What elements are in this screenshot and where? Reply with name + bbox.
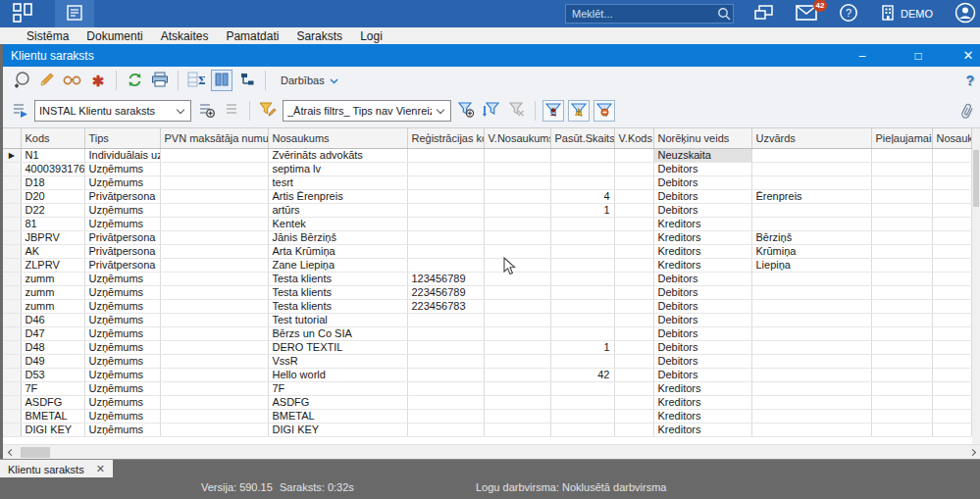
cell[interactable] [484, 244, 550, 258]
cell[interactable] [751, 423, 871, 436]
cell[interactable] [407, 423, 484, 436]
cell[interactable] [614, 203, 653, 217]
cell[interactable] [160, 230, 268, 244]
table-row[interactable]: BMETALUzņēmumsBMETALKreditors [3, 409, 972, 423]
cell[interactable]: Uzņēmums [84, 423, 160, 436]
cell[interactable]: Uzņēmums [84, 354, 160, 368]
cell[interactable] [751, 395, 871, 409]
table-row[interactable]: 40003931763Uzņēmumsseptima lvDebitors [3, 162, 972, 175]
cell[interactable]: Debitors [653, 326, 751, 340]
cell[interactable] [871, 409, 932, 423]
cell[interactable] [614, 189, 653, 203]
cell[interactable]: Uzņēmums [84, 175, 160, 189]
row-selector[interactable] [3, 272, 21, 285]
table-row[interactable]: DIGI KEYUzņēmumsDIGI KEYKreditors [3, 423, 972, 436]
vertical-scrollbar-thumb[interactable] [973, 150, 979, 207]
cell[interactable] [407, 326, 484, 340]
cell[interactable] [407, 230, 484, 244]
cell[interactable] [614, 326, 653, 340]
cell[interactable] [160, 423, 268, 436]
menu-logi[interactable]: Logi [351, 29, 391, 43]
cell[interactable] [751, 299, 871, 313]
cell[interactable]: Kreditors [653, 395, 751, 409]
table-row[interactable]: 81UzņēmumsKentekKreditors [3, 217, 972, 230]
row-selector[interactable] [3, 285, 21, 299]
cell[interactable] [550, 148, 614, 162]
row-selector[interactable] [3, 423, 21, 436]
cell[interactable]: Jānis Bērziņš [268, 230, 407, 244]
cell[interactable] [614, 340, 653, 354]
cell[interactable]: Arta Krūmiņa [268, 244, 407, 258]
cell[interactable] [160, 299, 268, 313]
cell[interactable] [407, 244, 484, 258]
cell[interactable]: Debitors [653, 175, 751, 189]
cell[interactable] [871, 272, 932, 285]
cell[interactable] [550, 230, 614, 244]
cell[interactable]: Testa klients [268, 299, 407, 313]
row-selector[interactable] [3, 244, 21, 258]
cell[interactable] [932, 381, 972, 395]
tab-close-icon[interactable]: ✕ [96, 463, 105, 475]
cell[interactable]: 4 [550, 189, 614, 203]
cell[interactable] [484, 272, 550, 285]
cell[interactable] [871, 148, 932, 162]
cell[interactable]: D49 [21, 354, 84, 368]
table-row[interactable]: D20PrivātpersonaArtis Ērenpreis4Debitors… [3, 189, 972, 203]
cell[interactable]: Testa klients [268, 272, 407, 285]
cell[interactable]: Debitors [653, 313, 751, 326]
list-view-button[interactable] [9, 100, 30, 122]
search-input[interactable] [566, 8, 717, 20]
scroll-left-button[interactable] [3, 445, 19, 460]
list-select[interactable]: INSTAL Klientu saraksts [34, 100, 191, 122]
cell[interactable] [614, 395, 653, 409]
cell[interactable]: Privātpersona [84, 189, 160, 203]
cell[interactable]: Uzņēmums [84, 381, 160, 395]
cell[interactable]: 7F [21, 381, 84, 395]
cell[interactable]: D47 [21, 326, 84, 340]
cell[interactable]: 223456783 [407, 299, 484, 313]
cell[interactable] [407, 162, 484, 175]
add-filter-button[interactable] [455, 100, 477, 122]
cell[interactable] [160, 148, 268, 162]
cell[interactable] [932, 285, 972, 299]
cell[interactable] [932, 162, 972, 175]
cell[interactable] [871, 354, 932, 368]
cell[interactable] [484, 203, 550, 217]
cell[interactable] [751, 381, 871, 395]
cell[interactable] [160, 203, 268, 217]
cell[interactable] [407, 409, 484, 423]
cell[interactable]: Uzņēmums [84, 217, 160, 230]
cell[interactable]: Uzņēmums [84, 326, 160, 340]
cell[interactable]: Debitors [653, 162, 751, 175]
cell[interactable]: artūrs [268, 203, 407, 217]
cell[interactable]: zumm [21, 272, 84, 285]
cell[interactable] [871, 326, 932, 340]
cell[interactable] [751, 162, 871, 175]
cell[interactable] [751, 313, 871, 326]
cell[interactable]: D46 [21, 313, 84, 326]
cell[interactable] [751, 217, 871, 230]
cell[interactable]: Kreditors [653, 409, 751, 423]
menu-pamatdati[interactable]: Pamatdati [217, 29, 287, 43]
cell[interactable]: Privātpersona [84, 230, 160, 244]
cell[interactable] [932, 148, 972, 162]
cell[interactable]: Uzņēmums [84, 162, 160, 175]
cell[interactable] [484, 285, 550, 299]
cell[interactable] [407, 381, 484, 395]
cell[interactable]: Kreditors [653, 230, 751, 244]
cell[interactable] [932, 313, 972, 326]
cell[interactable] [160, 162, 268, 175]
cell[interactable] [160, 217, 268, 230]
cell[interactable] [160, 409, 268, 423]
cell[interactable]: D48 [21, 340, 84, 354]
group-tree-button[interactable] [236, 70, 258, 91]
cell[interactable] [550, 326, 614, 340]
cell[interactable]: zumm [21, 299, 84, 313]
table-row[interactable]: D49UzņēmumsVssRDebitors [3, 354, 972, 368]
cell[interactable]: Debitors [653, 368, 751, 381]
company-button[interactable]: DEMO [880, 0, 933, 27]
cell[interactable] [932, 423, 972, 436]
column-header-pielaujamais[interactable]: Pieļaujamais … [871, 128, 932, 148]
search-icon[interactable] [717, 7, 731, 21]
edit-record-button[interactable] [36, 70, 58, 91]
